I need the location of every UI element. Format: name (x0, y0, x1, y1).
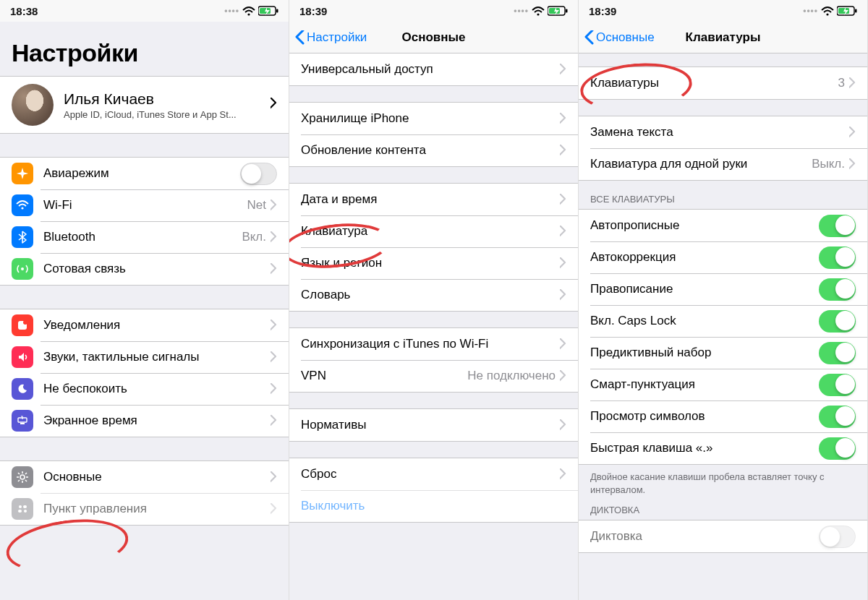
row-label: Синхронизация с iTunes по Wi-Fi (301, 329, 560, 359)
row-notifications[interactable]: Уведомления (0, 309, 289, 341)
chevron-right-icon (560, 419, 566, 431)
row-label: Замена текста (590, 117, 849, 147)
row-label: Wi-Fi (43, 190, 247, 220)
row-dictionary[interactable]: Словарь (289, 279, 578, 311)
toggle-shortcut[interactable] (819, 437, 856, 460)
section-header-all: ВСЕ КЛАВИАТУРЫ (579, 181, 867, 209)
row-keyboard[interactable]: Клавиатура (289, 215, 578, 247)
row-airplane[interactable]: Авиарежим (0, 158, 289, 189)
row-screentime[interactable]: Экранное время (0, 405, 289, 437)
row-label: Язык и регион (301, 248, 560, 278)
row-label: Экранное время (43, 406, 271, 436)
control-center-icon (12, 498, 33, 520)
row-bluetooth[interactable]: Bluetooth Вкл. (0, 221, 289, 253)
svg-point-4 (21, 207, 23, 209)
row-label: Bluetooth (43, 222, 242, 252)
row-label: Уведомления (43, 310, 271, 340)
chevron-right-icon (271, 503, 277, 515)
row-label: Звуки, тактильные сигналы (43, 342, 271, 372)
row-vpn[interactable]: VPN Не подключено (289, 360, 578, 392)
row-general[interactable]: Основные (0, 461, 289, 493)
chevron-right-icon (271, 263, 277, 275)
row-value: Выкл. (812, 157, 845, 171)
back-label: Основные (596, 30, 655, 45)
row-label: Диктовка (590, 521, 819, 552)
chevron-right-icon (560, 338, 566, 350)
airplane-toggle[interactable] (240, 163, 277, 185)
toggle-autocorrect[interactable] (819, 247, 856, 269)
row-label: Авиарежим (43, 158, 240, 189)
row-period-shortcut[interactable]: Быстрая клавиша «.» (579, 432, 867, 464)
section-footer: Двойное касание клавиши пробела вставляе… (579, 465, 867, 500)
nav-bar: Основные Клавиатуры (579, 22, 867, 53)
row-regulatory[interactable]: Нормативы (289, 409, 578, 441)
row-background-refresh[interactable]: Обновление контента (289, 134, 578, 166)
wifi-icon (532, 6, 545, 16)
chevron-right-icon (271, 471, 277, 483)
toggle-predictive[interactable] (819, 342, 856, 364)
row-label: Клавиатура для одной руки (590, 149, 812, 179)
row-value: 3 (838, 76, 845, 90)
row-label: Клавиатуры (590, 68, 838, 98)
back-button[interactable]: Настройки (295, 30, 367, 45)
row-capslock[interactable]: Вкл. Caps Lock (579, 305, 867, 337)
row-datetime[interactable]: Дата и время (289, 184, 578, 215)
profile-cell[interactable]: Илья Кичаев Apple ID, iCloud, iTunes Sto… (0, 77, 289, 133)
toggle-caps[interactable] (819, 310, 856, 333)
toggle-autocap[interactable] (819, 215, 856, 237)
row-wifi[interactable]: Wi-Fi Net (0, 189, 289, 221)
row-label: Просмотр символов (590, 401, 819, 432)
svg-rect-9 (20, 423, 25, 424)
row-dnd[interactable]: Не беспокоить (0, 373, 289, 405)
row-accessibility[interactable]: Универсальный доступ (289, 53, 578, 85)
chevron-right-icon (560, 468, 566, 480)
row-label: Обновление контента (301, 135, 560, 166)
row-shutdown[interactable]: Выключить (289, 490, 578, 522)
chevron-right-icon (849, 158, 856, 170)
status-time: 18:39 (589, 5, 616, 17)
back-button[interactable]: Основные (584, 30, 655, 45)
row-sounds[interactable]: Звуки, тактильные сигналы (0, 341, 289, 373)
row-reset[interactable]: Сброс (289, 458, 578, 490)
row-keyboards[interactable]: Клавиатуры 3 (579, 67, 867, 99)
profile-sub: Apple ID, iCloud, iTunes Store и App St.… (64, 109, 271, 120)
svg-point-22 (24, 510, 27, 513)
row-label: Дата и время (301, 184, 560, 215)
row-cellular[interactable]: Сотовая связь (0, 253, 289, 285)
chevron-right-icon (560, 289, 566, 301)
screen-keyboards: 18:39 •••• Основные Клавиатуры Клавиатур… (579, 0, 868, 600)
section-header-dictation: ДИКТОВКА (579, 500, 867, 520)
row-one-handed[interactable]: Клавиатура для одной руки Выкл. (579, 148, 867, 180)
cellular-signal-icon: •••• (803, 6, 818, 16)
row-control-center[interactable]: Пункт управления (0, 493, 289, 525)
row-label: Сброс (301, 459, 560, 489)
row-char-preview[interactable]: Просмотр символов (579, 400, 867, 432)
row-predictive[interactable]: Предиктивный набор (579, 337, 867, 369)
row-itunes-wifi[interactable]: Синхронизация с iTunes по Wi-Fi (289, 328, 578, 360)
chevron-right-icon (271, 200, 277, 211)
row-label: Правописание (590, 274, 819, 304)
toggle-smart[interactable] (819, 374, 856, 396)
row-text-replacement[interactable]: Замена текста (579, 116, 867, 148)
notifications-icon (12, 314, 33, 336)
row-smart-punctuation[interactable]: Смарт-пунктуация (579, 369, 867, 400)
toggle-preview[interactable] (819, 406, 856, 428)
row-label: Вкл. Caps Lock (590, 306, 819, 336)
svg-line-18 (25, 473, 27, 474)
chevron-right-icon (849, 127, 856, 138)
row-autocap[interactable]: Автопрописные (579, 210, 867, 241)
row-label: Клавиатура (301, 216, 560, 247)
row-language[interactable]: Язык и регион (289, 247, 578, 279)
row-autocorrect[interactable]: Автокоррекция (579, 241, 867, 273)
status-bar: 18:38 •••• (0, 0, 289, 22)
toggle-spell[interactable] (819, 278, 856, 301)
row-storage[interactable]: Хранилище iPhone (289, 103, 578, 134)
sounds-icon (12, 346, 33, 368)
screen-settings: 18:38 •••• Настройки Илья Кичаев Apple I… (0, 0, 289, 600)
row-spellcheck[interactable]: Правописание (579, 273, 867, 305)
status-bar: 18:39 •••• (289, 0, 578, 22)
row-dictation[interactable]: Диктовка (579, 520, 867, 552)
toggle-dictation[interactable] (819, 526, 856, 548)
chevron-right-icon (560, 145, 566, 156)
dnd-icon (12, 378, 33, 400)
